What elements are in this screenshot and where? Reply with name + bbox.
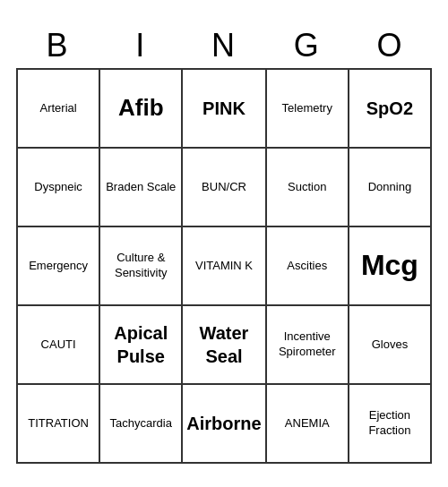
bingo-cell: VITAMIN K bbox=[183, 227, 266, 306]
bingo-cell: Apical Pulse bbox=[100, 306, 183, 385]
bingo-cell: TITRATION bbox=[18, 385, 100, 464]
bingo-cell: Water Seal bbox=[183, 306, 266, 385]
header-letter: B bbox=[16, 23, 99, 68]
bingo-cell: Gloves bbox=[349, 306, 432, 385]
header-letter: O bbox=[349, 23, 432, 68]
bingo-cell: Emergency bbox=[18, 227, 100, 306]
bingo-cell: Dyspneic bbox=[18, 149, 100, 227]
bingo-cell: ANEMIA bbox=[267, 385, 349, 464]
bingo-cell: PINK bbox=[183, 70, 266, 149]
bingo-cell: Braden Scale bbox=[100, 149, 183, 227]
bingo-cell: Afib bbox=[100, 70, 183, 149]
bingo-cell: Tachycardia bbox=[100, 385, 183, 464]
bingo-card: BINGO ArterialAfibPINKTelemetrySpO2Dyspn… bbox=[9, 16, 439, 471]
bingo-grid: ArterialAfibPINKTelemetrySpO2DyspneicBra… bbox=[16, 68, 432, 464]
bingo-cell: Telemetry bbox=[267, 70, 349, 149]
bingo-cell: CAUTI bbox=[18, 306, 100, 385]
bingo-cell: Culture & Sensitivity bbox=[100, 227, 183, 306]
bingo-cell: Donning bbox=[349, 149, 432, 227]
header-letter: I bbox=[99, 23, 183, 68]
bingo-header: BINGO bbox=[16, 23, 432, 68]
bingo-cell: Suction bbox=[267, 149, 349, 227]
bingo-cell: Ejection Fraction bbox=[349, 385, 432, 464]
bingo-cell: Mcg bbox=[349, 227, 432, 306]
bingo-cell: BUN/CR bbox=[183, 149, 266, 227]
bingo-cell: SpO2 bbox=[349, 70, 432, 149]
bingo-cell: Incentive Spirometer bbox=[267, 306, 349, 385]
bingo-cell: Airborne bbox=[183, 385, 266, 464]
bingo-cell: Ascities bbox=[267, 227, 349, 306]
bingo-cell: Arterial bbox=[18, 70, 100, 149]
header-letter: N bbox=[183, 23, 266, 68]
header-letter: G bbox=[265, 23, 349, 68]
